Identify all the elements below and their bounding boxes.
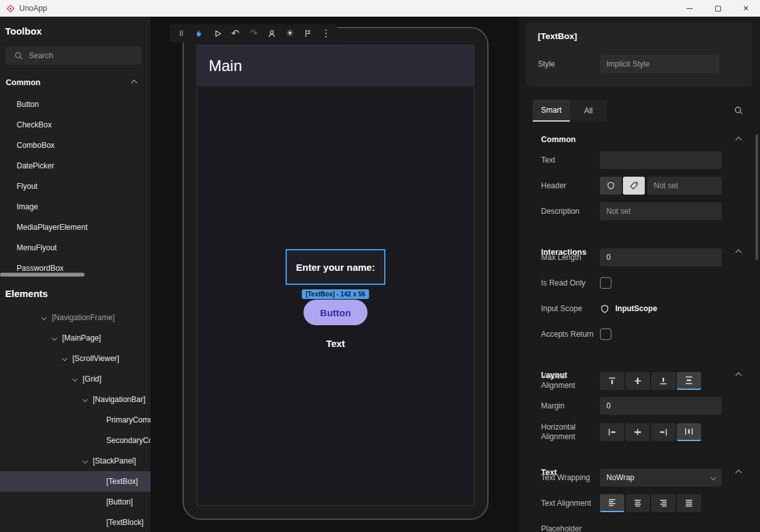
hot-reload-flame-icon[interactable] [193,28,204,39]
selected-control-name: [TextBox] [538,31,741,41]
max-length-input[interactable]: 0 [600,248,722,266]
align-vcenter-icon [633,376,643,386]
max-length-label: Max Length [541,253,600,262]
tree-label: [Grid] [83,375,101,383]
toolbox-item-mediaplayerelement[interactable]: MediaPlayerElement [0,217,150,238]
toolbar-grip-icon[interactable] [175,28,186,39]
halign-right-button[interactable] [651,423,675,441]
text-wrapping-dropdown[interactable]: NoWrap [600,469,722,487]
toolbox-item-menuflyout[interactable]: MenuFlyout [0,238,150,258]
properties-scrollbar[interactable] [756,134,758,260]
text-align-justify-button[interactable] [677,494,701,512]
margin-input[interactable]: 0 [600,397,722,415]
more-options-kebab-icon[interactable]: ⋮ [321,28,332,39]
canvas-textblock[interactable]: Text [326,338,345,349]
undo-icon[interactable]: ↶ [230,28,241,39]
text-alignment-label: Text Alignment [541,499,600,508]
tree-item-navigationframe[interactable]: [NavigationFrame] [0,307,150,328]
text-alignment-group [600,494,701,512]
chevron-down-icon[interactable] [42,315,47,320]
halign-center-button[interactable] [626,423,650,441]
canvas-textbox-selected[interactable]: Enter your name: [286,249,385,285]
align-hcenter-icon [633,427,643,437]
text-label: Text [541,156,600,165]
text-align-right-button[interactable] [651,494,675,512]
tree-item-navigationbar[interactable]: [NavigationBar] [0,389,150,410]
chevron-down-icon[interactable] [83,397,88,402]
tree-item-stackpanel[interactable]: [StackPanel] [0,451,150,471]
input-scope-value-group[interactable]: InputScope [600,304,657,314]
chevron-down-icon[interactable] [83,458,88,463]
flag-icon[interactable] [302,28,313,39]
toolbox-item-combobox[interactable]: ComboBox [0,135,150,156]
maximize-button[interactable] [704,0,732,17]
toolbox-search-input[interactable]: Search [6,46,141,65]
prop-row-text-alignment: Text Alignment [541,494,741,512]
chevron-down-icon[interactable] [72,376,77,382]
text-align-left-button[interactable] [600,494,624,512]
chevron-down-icon[interactable] [52,335,57,341]
canvas-button[interactable]: Button [303,300,368,325]
margin-label: Margin [541,401,600,411]
accepts-return-checkbox[interactable] [600,328,611,340]
header-input[interactable]: Not set [647,177,722,195]
theme-toggle-sun-icon[interactable]: ☀ [284,28,295,39]
prop-row-is-read-only: Is Read Only [541,274,741,292]
description-input[interactable]: Not set [600,202,722,220]
redo-icon[interactable]: ↷ [248,28,259,39]
search-placeholder: Search [29,51,53,60]
tree-item-secondarycommands[interactable]: SecondaryCo [0,430,150,451]
toolbox-item-flyout[interactable]: Flyout [0,176,150,197]
toolbox-item-image[interactable]: Image [0,197,150,217]
header-literal-button[interactable] [623,177,645,195]
tree-label: [NavigationFrame] [52,313,115,322]
prop-row-margin: Margin 0 [541,397,741,415]
close-button[interactable]: ✕ [732,0,760,17]
tab-smart[interactable]: Smart [533,100,570,122]
tree-item-primarycommands[interactable]: PrimaryComm [0,410,150,430]
placeholder-label: Placeholder [541,524,600,532]
prop-row-placeholder: Placeholder [541,520,741,532]
chevron-down-icon[interactable] [62,356,67,361]
tree-item-mainpage[interactable]: [MainPage] [0,328,150,348]
toolbox-item-checkbox[interactable]: CheckBox [0,115,150,135]
prop-row-input-scope: Input Scope InputScope [541,300,741,318]
align-top-icon [607,376,617,386]
section-common[interactable]: Common [541,132,741,147]
selected-control-card: [TextBox] Style Implicit Style [526,22,752,86]
tree-item-scrollviewer[interactable]: [ScrollViewer] [0,348,150,369]
design-canvas[interactable]: Main Enter your name: [TextBox] - 142 x … [150,17,519,532]
app-title: UnoApp [19,4,47,13]
section-label: Common [6,78,40,87]
text-input[interactable] [600,151,722,169]
toolbox-section-common[interactable]: Common [0,73,150,92]
toolbox-item-datepicker[interactable]: DatePicker [0,156,150,176]
horizontal-alignment-label: Horizontal Alignment [541,423,600,442]
tree-item-grid[interactable]: [Grid] [0,369,150,389]
valign-stretch-button[interactable] [677,372,701,390]
toolbox-horizontal-scrollbar[interactable] [0,273,85,277]
properties-search-icon[interactable] [734,106,743,118]
valign-center-button[interactable] [626,372,650,390]
element-inspector-icon[interactable] [266,28,277,39]
is-read-only-checkbox[interactable] [600,277,611,289]
halign-left-button[interactable] [600,423,624,441]
halign-stretch-button[interactable] [677,423,701,441]
tab-all[interactable]: All [570,100,607,122]
is-read-only-label: Is Read Only [541,278,600,288]
play-icon[interactable] [212,28,223,39]
chevron-up-icon [131,79,138,86]
input-scope-value: InputScope [615,304,657,313]
style-input[interactable]: Implicit Style [600,55,720,73]
toolbox-item-button[interactable]: Button [0,94,150,115]
tree-label: [ScrollViewer] [72,354,119,363]
text-align-center-button[interactable] [626,494,650,512]
valign-top-button[interactable] [600,372,624,390]
tree-item-textbox-selected[interactable]: [TextBox] [0,471,150,492]
tree-item-textblock[interactable]: [TextBlock] [0,512,150,532]
app-preview[interactable]: Main Enter your name: [TextBox] - 142 x … [197,45,474,506]
header-binding-button[interactable] [600,177,622,195]
tree-item-button[interactable]: [Button] [0,492,150,512]
valign-bottom-button[interactable] [651,372,675,390]
minimize-button[interactable] [675,0,704,17]
